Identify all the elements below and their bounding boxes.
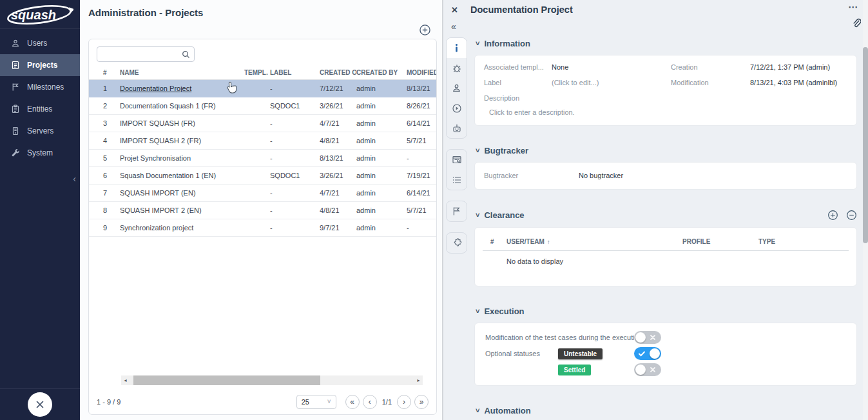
panel-collapse-icon[interactable]: « — [451, 21, 456, 32]
execution-settled-row: Settled — [485, 362, 846, 377]
scroll-left-arrow-icon[interactable]: ◂ — [121, 375, 130, 385]
table-row[interactable]: 8 SQUASH IMPORT 2 (EN) - 4/8/21 admin 5/… — [89, 202, 437, 219]
sidebar-item-users[interactable]: Users — [0, 32, 80, 54]
col-created-by[interactable]: CREATED BY — [356, 65, 407, 80]
sidebar-item-entities[interactable]: Entities — [0, 98, 80, 120]
info-icon — [452, 43, 461, 53]
prev-page-button[interactable]: ‹ — [363, 395, 377, 409]
tab-execution[interactable] — [447, 98, 467, 118]
table-row[interactable]: 3 IMPORT SQUASH (FR) - 4/7/21 admin 6/14… — [89, 115, 437, 132]
col-created-on[interactable]: CREATED ON — [320, 65, 356, 80]
sidebar-item-label: Milestones — [27, 83, 64, 92]
projects-table-body: 1 Documentation Project - 7/12/21 admin … — [89, 80, 437, 237]
remove-clearance-button[interactable] — [846, 210, 857, 221]
label-value[interactable]: (Click to edit...) — [552, 79, 671, 86]
next-page-button[interactable]: › — [397, 395, 411, 409]
entities-clipboard-icon — [11, 105, 20, 114]
first-page-button[interactable]: « — [345, 395, 360, 409]
chevron-down-icon[interactable]: ˅ — [476, 407, 479, 414]
tab-permissions[interactable] — [447, 78, 467, 98]
x-icon — [648, 365, 657, 374]
col-label[interactable]: LABEL — [270, 65, 320, 80]
scroll-right-arrow-icon[interactable]: ▸ — [414, 375, 423, 385]
panel-close-icon[interactable]: ✕ — [451, 5, 458, 15]
add-project-button[interactable] — [419, 24, 431, 36]
tab-automation[interactable] — [447, 118, 467, 138]
tab-bugtracker[interactable] — [447, 58, 467, 78]
table-row[interactable]: 1 Documentation Project - 7/12/21 admin … — [89, 80, 437, 97]
x-icon — [648, 333, 657, 342]
sidebar-collapse-chevron[interactable]: ‹ — [73, 174, 76, 183]
tab-milestones[interactable] — [447, 201, 467, 221]
toggle-settled[interactable] — [634, 363, 661, 376]
table-row[interactable]: 7 SQUASH IMPORT (EN) - 4/7/21 admin 6/14… — [89, 185, 437, 202]
chevron-down-icon[interactable]: ˅ — [476, 308, 479, 315]
panel-title: Documentation Project — [470, 5, 573, 15]
toggle-knob — [635, 365, 646, 375]
sidebar-item-label: Users — [27, 39, 47, 48]
rail-group-reporting — [446, 149, 467, 190]
more-menu-icon[interactable]: ⋯ — [848, 1, 858, 13]
sidebar-item-system[interactable]: System — [0, 142, 80, 164]
modification-value: 8/13/21, 4:03 PM (adminlbl) — [750, 79, 846, 86]
clearance-table-header: # USER/TEAM↑ PROFILE TYPE — [483, 233, 849, 251]
chevron-down-icon[interactable]: ˅ — [476, 212, 479, 219]
search-box — [97, 46, 195, 62]
sidebar-item-projects[interactable]: Projects — [0, 54, 80, 76]
last-page-button[interactable]: » — [414, 395, 429, 409]
tab-custom-report[interactable] — [447, 150, 467, 170]
clearance-card: # USER/TEAM↑ PROFILE TYPE No data to dis… — [474, 227, 857, 286]
bugtracker-value[interactable]: No bugtracker — [579, 172, 846, 179]
panel-scrollbar-track[interactable] — [863, 0, 868, 420]
col-modified[interactable]: MODIFIED — [407, 65, 437, 80]
col-templ[interactable]: TEMPL. — [244, 65, 270, 80]
server-icon — [11, 126, 20, 135]
clearance-col-num[interactable]: # — [490, 238, 506, 245]
search-input[interactable] — [97, 47, 194, 61]
user-icon — [11, 39, 20, 48]
table-row[interactable]: 2 Documentation Squash 1 (FR) SQDOC1 3/2… — [89, 97, 437, 115]
logout-close-button[interactable] — [28, 392, 52, 417]
attachment-paperclip-icon[interactable] — [851, 17, 861, 29]
table-row[interactable]: 9 Synchronization project - 9/7/21 admin… — [89, 219, 437, 237]
section-information-header: ˅ Information — [476, 39, 857, 48]
table-row[interactable]: 4 IMPORT SQUASH 2 (FR) - 4/8/21 admin 5/… — [89, 132, 437, 150]
label-label: Label — [484, 79, 552, 86]
table-row[interactable]: 6 Squash Documentation 1 (EN) SQDOC1 3/2… — [89, 167, 437, 185]
col-num[interactable]: # — [89, 65, 120, 80]
tab-information[interactable] — [447, 38, 467, 58]
description-placeholder[interactable]: Click to enter a description. — [484, 108, 846, 116]
wrench-icon — [11, 148, 20, 157]
table-header-row: # NAME TEMPL. LABEL CREATED ON CREATED B… — [89, 65, 437, 80]
associated-template-label: Associated templ... — [484, 63, 552, 71]
panel-scrollbar-thumb[interactable] — [863, 47, 868, 243]
associated-template-value[interactable]: None — [552, 63, 671, 71]
tab-custom-fields[interactable] — [447, 170, 467, 190]
page-size-select[interactable]: 25 ˅ — [296, 395, 336, 409]
information-card: Associated templ... None Creation 7/12/2… — [474, 55, 857, 126]
clearance-col-type[interactable]: TYPE — [758, 238, 849, 245]
page-size-value: 25 — [302, 398, 309, 406]
sidebar-item-milestones[interactable]: Milestones — [0, 76, 80, 98]
clearance-col-profile[interactable]: PROFILE — [682, 238, 758, 245]
section-automation-header: ˅ Automation — [476, 406, 857, 415]
add-clearance-button[interactable] — [827, 210, 838, 221]
clearance-empty-text: No data to display — [483, 251, 849, 265]
projects-table: # NAME TEMPL. LABEL CREATED ON CREATED B… — [89, 65, 437, 237]
table-row[interactable]: 5 Projet Synchronisation - 8/13/21 admin… — [89, 150, 437, 167]
page-title: Administration - Projects — [88, 7, 203, 18]
horizontal-scrollbar[interactable]: ◂ ▸ — [121, 375, 423, 385]
tab-plugins[interactable] — [447, 233, 467, 253]
toggle-untestable[interactable] — [634, 347, 661, 360]
scrollbar-track[interactable] — [130, 375, 414, 385]
chevron-down-icon[interactable]: ˅ — [476, 40, 479, 47]
col-name[interactable]: NAME — [120, 65, 244, 80]
scrollbar-thumb[interactable] — [133, 375, 320, 385]
toggle-modification[interactable] — [634, 331, 661, 344]
modification-during-execution-label: Modification of the test cases during th… — [485, 334, 634, 341]
chevron-down-icon[interactable]: ˅ — [476, 147, 479, 154]
table-footer: 1 - 9 / 9 25 ˅ « ‹ 1/1 › » — [89, 391, 436, 414]
clearance-col-user[interactable]: USER/TEAM↑ — [506, 238, 682, 245]
sidebar-item-servers[interactable]: Servers — [0, 120, 80, 142]
panel-icon-rail — [446, 37, 467, 264]
